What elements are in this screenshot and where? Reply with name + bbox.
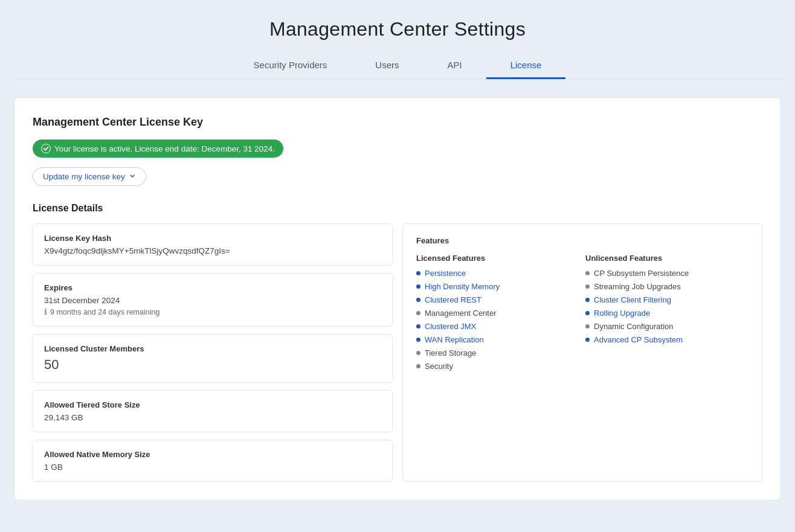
feature-label: Advanced CP Subsystem <box>594 335 683 344</box>
svg-point-0 <box>42 144 51 153</box>
info-icon: ℹ <box>44 307 47 316</box>
chevron-down-icon <box>129 172 136 181</box>
tiered-label: Allowed Tiered Store Size <box>44 400 381 409</box>
list-item: Rolling Upgrade <box>585 309 748 318</box>
feature-label: Clustered REST <box>425 295 481 304</box>
bullet-icon <box>416 364 420 368</box>
tab-api[interactable]: API <box>423 53 486 79</box>
native-memory-value: 1 GB <box>44 463 381 472</box>
expires-label: Expires <box>44 283 381 292</box>
feature-label: Persistence <box>425 269 466 278</box>
page-title: Management Center Settings <box>12 18 783 40</box>
list-item: Dynamic Configuration <box>585 322 748 331</box>
hash-card: License Key Hash X9v4gtz/foqc9dljksMY+5m… <box>33 223 393 266</box>
expires-value: 31st December 2024 <box>44 296 381 305</box>
feature-label: Tiered Storage <box>425 348 477 357</box>
expires-card: Expires 31st December 2024 ℹ 9 months an… <box>33 273 393 327</box>
update-license-label: Update my license key <box>43 172 125 181</box>
list-item: Persistence <box>416 269 579 278</box>
tab-users[interactable]: Users <box>351 53 423 79</box>
bullet-icon <box>585 338 590 342</box>
license-details-title: License Details <box>33 203 762 214</box>
features-card: Features Licensed Features Persistence H… <box>402 223 762 482</box>
list-item: Clustered JMX <box>416 322 579 331</box>
details-grid: License Key Hash X9v4gtz/foqc9dljksMY+5m… <box>33 223 762 482</box>
feature-label: Rolling Upgrade <box>594 309 650 318</box>
members-label: Licensed Cluster Members <box>44 344 381 353</box>
license-active-text: Your license is active. License end date… <box>54 144 275 153</box>
members-card: Licensed Cluster Members 50 <box>33 334 393 383</box>
bullet-icon <box>416 324 420 328</box>
tiered-value: 29,143 GB <box>44 413 381 422</box>
bullet-icon <box>585 298 590 302</box>
feature-label: Dynamic Configuration <box>594 322 674 331</box>
details-left-column: License Key Hash X9v4gtz/foqc9dljksMY+5m… <box>33 223 393 482</box>
bullet-icon <box>585 324 590 328</box>
list-item: High Density Memory <box>416 282 579 291</box>
unlicensed-features-col: Unlicensed Features CP Subsystem Persist… <box>585 254 748 375</box>
bullet-icon <box>416 351 420 355</box>
list-item: Tiered Storage <box>416 348 579 357</box>
bullet-icon <box>416 298 420 302</box>
unlicensed-col-title: Unlicensed Features <box>585 254 748 263</box>
list-item: WAN Replication <box>416 335 579 344</box>
feature-label: High Density Memory <box>425 282 500 291</box>
native-memory-label: Allowed Native Memory Size <box>44 450 381 459</box>
licensed-features-col: Licensed Features Persistence High Densi… <box>416 254 579 375</box>
hash-label: License Key Hash <box>44 234 381 243</box>
feature-label: Cluster Client Filtering <box>594 295 671 304</box>
bullet-icon <box>416 338 420 342</box>
hash-value: X9v4gtz/foqc9dljksMY+5mkTlSjyQwvzqsdfQZ7… <box>44 246 381 255</box>
licensed-col-title: Licensed Features <box>416 254 579 263</box>
feature-label: Management Center <box>425 309 497 318</box>
feature-label: CP Subsystem Persistence <box>594 269 689 278</box>
list-item: Clustered REST <box>416 295 579 304</box>
list-item: Management Center <box>416 309 579 318</box>
list-item: Advanced CP Subsystem <box>585 335 748 344</box>
tab-security-providers[interactable]: Security Providers <box>230 53 352 79</box>
bullet-icon <box>416 271 420 275</box>
features-title: Features <box>416 236 748 245</box>
features-columns: Licensed Features Persistence High Densi… <box>416 254 748 375</box>
bullet-icon <box>585 311 590 315</box>
tab-license[interactable]: License <box>486 53 566 79</box>
list-item: Streaming Job Upgrades <box>585 282 748 291</box>
list-item: CP Subsystem Persistence <box>585 269 748 278</box>
main-content: Management Center License Key Your licen… <box>14 97 781 501</box>
page-header: Management Center Settings <box>0 0 795 40</box>
list-item: Security <box>416 362 579 371</box>
bullet-icon <box>416 311 420 315</box>
bullet-icon <box>585 284 590 289</box>
native-memory-card: Allowed Native Memory Size 1 GB <box>33 440 393 482</box>
expires-remaining: ℹ 9 months and 24 days remaining <box>44 307 381 316</box>
list-item: Cluster Client Filtering <box>585 295 748 304</box>
bullet-icon <box>585 271 590 275</box>
bullet-icon <box>416 284 420 289</box>
feature-label: Security <box>425 362 453 371</box>
expires-remaining-text: 9 months and 24 days remaining <box>50 308 159 316</box>
feature-label: WAN Replication <box>425 335 484 344</box>
check-circle-icon <box>41 144 51 153</box>
tabs-container: Security Providers Users API License <box>12 40 783 79</box>
members-value: 50 <box>44 357 381 373</box>
license-section-title: Management Center License Key <box>33 116 762 129</box>
update-license-button[interactable]: Update my license key <box>33 167 146 186</box>
license-active-badge: Your license is active. License end date… <box>33 139 283 158</box>
feature-label: Streaming Job Upgrades <box>594 282 681 291</box>
feature-label: Clustered JMX <box>425 322 476 331</box>
tiered-card: Allowed Tiered Store Size 29,143 GB <box>33 390 393 432</box>
